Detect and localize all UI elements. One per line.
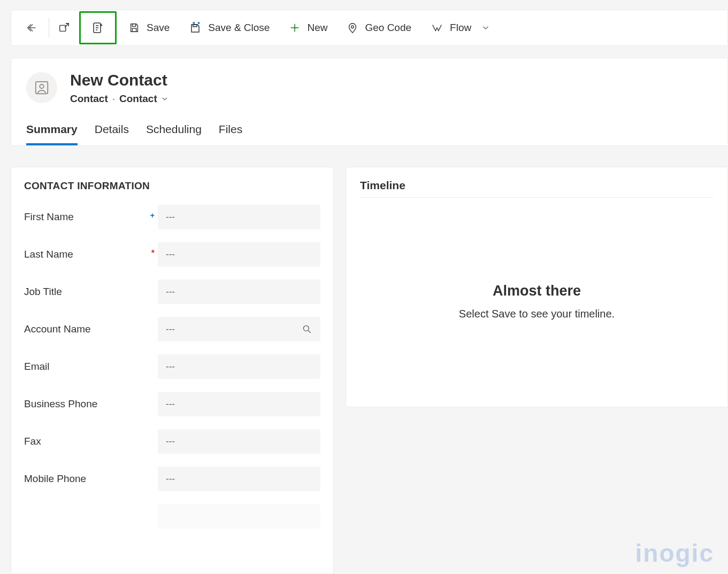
page-title: New Contact — [70, 71, 169, 89]
input-last-name[interactable]: --- — [158, 242, 320, 267]
label-mobile-phone: Mobile Phone — [24, 473, 86, 485]
highlighted-copilot-button — [79, 11, 117, 44]
tab-details[interactable]: Details — [95, 123, 129, 145]
chevron-down-icon — [481, 23, 491, 33]
svg-rect-0 — [60, 25, 66, 31]
input-mobile-phone[interactable]: --- — [158, 467, 320, 491]
section-header: CONTACT INFORMATION — [24, 180, 320, 192]
save-label: Save — [147, 22, 170, 34]
new-button[interactable]: New — [279, 13, 337, 43]
popout-button[interactable] — [51, 13, 77, 43]
contact-info-section: CONTACT INFORMATION First Name+ --- Last… — [11, 167, 334, 574]
svg-rect-2 — [132, 24, 135, 27]
location-pin-icon — [347, 21, 358, 34]
svg-point-7 — [40, 84, 44, 89]
save-icon — [128, 22, 140, 34]
required-marker: * — [151, 249, 155, 258]
copilot-button[interactable] — [83, 13, 113, 43]
plus-icon — [289, 22, 301, 34]
svg-point-8 — [303, 325, 309, 331]
input-email[interactable]: --- — [158, 354, 320, 379]
placeholder: --- — [166, 249, 175, 260]
copilot-form-icon — [91, 21, 104, 34]
timeline-title: Timeline — [360, 179, 714, 198]
flow-icon — [431, 22, 443, 34]
save-close-icon — [189, 21, 202, 34]
form-selector-label: Contact — [119, 93, 157, 105]
timeline-message: Select Save to see your timeline. — [346, 308, 727, 320]
svg-rect-6 — [36, 82, 48, 94]
save-button[interactable]: Save — [119, 13, 179, 43]
contact-avatar-icon — [34, 80, 50, 96]
label-account-name: Account Name — [24, 323, 91, 335]
chevron-down-icon — [160, 95, 169, 103]
geocode-button[interactable]: Geo Code — [337, 13, 421, 43]
label-business-phone: Business Phone — [24, 398, 97, 410]
form-selector[interactable]: Contact — [119, 93, 169, 105]
label-fax: Fax — [24, 436, 41, 447]
placeholder: --- — [166, 324, 175, 335]
input-job-title[interactable]: --- — [158, 280, 320, 304]
entity-name: Contact — [70, 93, 108, 105]
input-next-field[interactable] — [158, 504, 320, 529]
new-label: New — [307, 22, 327, 34]
placeholder: --- — [166, 286, 175, 297]
label-first-name: First Name — [24, 211, 74, 223]
tab-summary[interactable]: Summary — [26, 123, 78, 145]
recommended-marker: + — [150, 211, 155, 220]
separator — [49, 18, 49, 37]
timeline-heading: Almost there — [346, 283, 727, 299]
save-close-label: Save & Close — [208, 22, 270, 34]
tab-files[interactable]: Files — [219, 123, 242, 145]
placeholder: --- — [166, 474, 175, 484]
label-last-name: Last Name — [24, 249, 73, 260]
geocode-label: Geo Code — [365, 22, 411, 34]
input-business-phone[interactable]: --- — [158, 392, 320, 416]
tab-list: Summary Details Scheduling Files — [26, 123, 712, 145]
watermark: inogic — [635, 539, 714, 568]
placeholder: --- — [166, 361, 175, 372]
label-job-title: Job Title — [24, 286, 62, 298]
avatar — [26, 72, 57, 103]
search-icon — [302, 324, 312, 335]
placeholder: --- — [166, 436, 175, 447]
flow-label: Flow — [450, 22, 471, 34]
command-bar: Save Save & Close New Geo Code Flow — [11, 10, 728, 46]
save-close-button[interactable]: Save & Close — [179, 13, 279, 43]
label-email: Email — [24, 361, 50, 373]
timeline-panel: Timeline Almost there Select Save to see… — [346, 167, 728, 407]
input-first-name[interactable]: --- — [158, 205, 320, 229]
record-header: New Contact Contact · Contact Summary De… — [11, 58, 728, 146]
flow-button[interactable]: Flow — [421, 13, 500, 43]
lookup-account-name[interactable]: --- — [158, 317, 320, 342]
svg-point-5 — [351, 26, 354, 28]
input-fax[interactable]: --- — [158, 429, 320, 454]
popout-icon — [58, 22, 70, 34]
svg-rect-3 — [132, 28, 136, 32]
separator-dot: · — [112, 93, 115, 105]
back-button[interactable] — [17, 13, 47, 43]
svg-rect-4 — [193, 25, 197, 27]
tab-scheduling[interactable]: Scheduling — [146, 123, 202, 145]
placeholder: --- — [166, 212, 175, 222]
placeholder: --- — [166, 399, 175, 409]
